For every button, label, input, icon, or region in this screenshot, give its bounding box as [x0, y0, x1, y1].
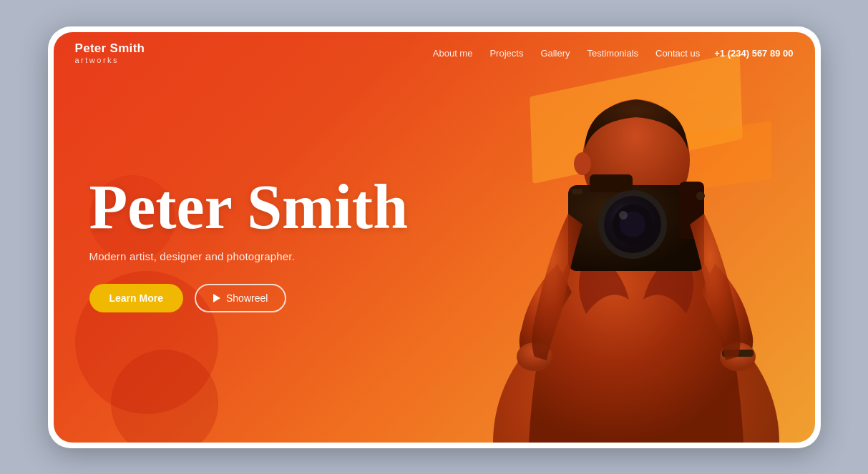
logo-subtitle: artworks [75, 56, 145, 64]
nav-link-contact[interactable]: Contact us [655, 48, 700, 59]
showreel-label: Showreel [226, 292, 268, 304]
svg-rect-7 [590, 174, 633, 192]
logo: Peter Smith artworks [75, 42, 145, 64]
svg-point-13 [619, 211, 628, 219]
logo-name: Peter Smith [75, 42, 145, 56]
website: Peter Smith artworks About me Projects G… [54, 32, 815, 443]
photographer-image [457, 42, 801, 443]
showreel-button[interactable]: Showreel [195, 284, 286, 312]
nav-link-projects[interactable]: Projects [489, 48, 523, 59]
device-frame: Peter Smith artworks About me Projects G… [48, 26, 821, 448]
nav-link-about[interactable]: About me [433, 48, 473, 59]
bg-decoration-4 [111, 350, 218, 443]
svg-rect-14 [572, 189, 582, 194]
navigation: Peter Smith artworks About me Projects G… [54, 32, 815, 75]
hero-buttons: Learn More Showreel [89, 284, 409, 312]
hero-subtitle: Modern artist, designer and photographer… [89, 250, 409, 262]
play-icon [213, 294, 220, 302]
nav-phone: +1 (234) 567 89 00 [714, 48, 793, 59]
svg-point-3 [574, 152, 591, 175]
hero-content: Peter Smith Modern artist, designer and … [89, 176, 409, 312]
hero-title: Peter Smith [89, 176, 409, 239]
nav-link-testimonials[interactable]: Testimonials [587, 48, 639, 59]
svg-point-15 [696, 192, 705, 200]
nav-links: About me Projects Gallery Testimonials C… [433, 48, 701, 59]
learn-more-button[interactable]: Learn More [89, 284, 183, 312]
nav-link-gallery[interactable]: Gallery [540, 48, 570, 59]
